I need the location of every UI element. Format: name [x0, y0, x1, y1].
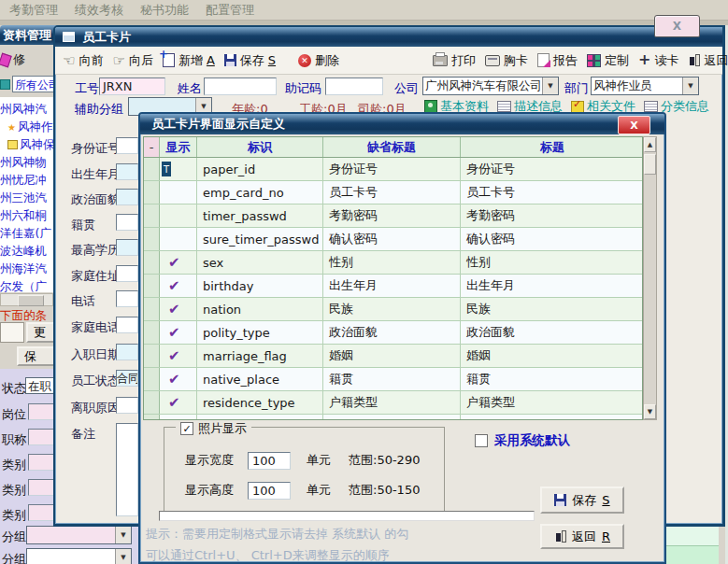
chevron-down-icon[interactable]: ▼	[115, 527, 131, 543]
toolbar-button-hand-right[interactable]: 向后	[112, 52, 152, 69]
field-input-7[interactable]	[116, 317, 138, 333]
chevron-down-icon[interactable]: ▼	[542, 78, 558, 94]
show-cell[interactable]: ✔	[160, 391, 197, 414]
collapse-header[interactable]: -	[144, 137, 160, 157]
emp-no-input[interactable]: JRXN	[99, 78, 165, 95]
field-input-8[interactable]	[116, 344, 138, 360]
scrollbar-track[interactable]	[644, 152, 656, 404]
tree-item-2[interactable]: 风神保洁	[0, 136, 53, 153]
tree-item-5[interactable]: 州三池汽	[0, 190, 47, 206]
show-cell[interactable]: ✔	[160, 415, 197, 419]
chevron-down-icon[interactable]: ▼	[682, 78, 698, 94]
scrollbar-thumb[interactable]	[644, 154, 656, 175]
show-cell[interactable]	[160, 181, 197, 204]
toolbar-button-report-pencil[interactable]: 报告	[537, 52, 578, 69]
field-input-5[interactable]	[116, 265, 138, 282]
tree-item-6[interactable]: 州六和桐	[0, 207, 47, 224]
width-input[interactable]: 100	[248, 452, 291, 470]
toolbar-button-doc-plus[interactable]: 新增A	[163, 52, 215, 69]
show-cell[interactable]: ✔	[160, 321, 197, 344]
tree-item-4[interactable]: 州忧尼冲	[0, 172, 47, 189]
show-cell[interactable]	[160, 228, 197, 250]
height-input[interactable]: 100	[248, 482, 291, 500]
system-default-checkbox[interactable]	[475, 434, 488, 447]
field-input-0[interactable]	[116, 137, 138, 154]
table-row-0[interactable]: Tpaper_id身份证号身份证号	[144, 158, 642, 181]
field-input-1[interactable]	[116, 163, 138, 180]
scroll-up-icon[interactable]: ▲	[644, 137, 656, 152]
dept-select[interactable]: 风神作业员 ▼	[591, 77, 699, 95]
dialog-close-button[interactable]: X	[618, 116, 650, 134]
show-cell[interactable]: ✔	[160, 251, 197, 274]
return-button[interactable]: 返回 R	[540, 524, 624, 549]
scroll-down-icon[interactable]: ▼	[644, 404, 656, 419]
field-input-9[interactable]: 合同	[116, 370, 138, 387]
tab-data-management[interactable]: 资料管理	[0, 25, 58, 45]
title-header[interactable]: 标题	[461, 137, 644, 157]
table-row-11[interactable]: ✔最高学历最高学历	[144, 415, 642, 419]
tree-item-3[interactable]: 州风神物	[0, 154, 47, 171]
default-title-header[interactable]: 缺省标题	[323, 137, 461, 157]
insurance-button[interactable]: 保	[17, 346, 56, 366]
table-row-10[interactable]: ✔residence_type户籍类型户籍类型	[144, 391, 642, 415]
filter-input[interactable]	[0, 322, 24, 343]
field-input-10[interactable]	[116, 397, 138, 414]
chevron-down-icon[interactable]: ▼	[115, 549, 131, 564]
tree-item-7[interactable]: 洋佳嘉(广	[0, 225, 51, 242]
menu-item-2[interactable]: 秘书功能	[140, 2, 189, 19]
show-header[interactable]: 显示	[160, 137, 197, 157]
toolbar-button-hand-left[interactable]: 向前	[63, 52, 103, 69]
window-titlebar[interactable]: 员工卡片	[55, 27, 722, 47]
toolbar-button-exit-door[interactable]: 返回R	[688, 52, 728, 69]
show-cell[interactable]: ✔	[160, 298, 197, 320]
menu-item-1[interactable]: 绩效考核	[75, 2, 123, 19]
table-row-3[interactable]: sure_timer_passwd确认密码确认密码	[144, 228, 642, 251]
update-button[interactable]: 更	[26, 322, 56, 343]
tree-item-0[interactable]: 州风神汽	[0, 101, 47, 118]
show-cell[interactable]: ✔	[160, 345, 197, 367]
company-select[interactable]: 广州风神汽车有限公司 ▼	[422, 77, 559, 95]
left-toolbar-fragment[interactable]: 修	[0, 50, 25, 69]
table-row-9[interactable]: ✔native_place籍贯籍贯	[144, 368, 642, 391]
field-input-4[interactable]	[116, 239, 138, 256]
table-row-5[interactable]: ✔birthday出生年月出生年月	[144, 275, 642, 298]
menu-item-3[interactable]: 配置管理	[206, 2, 254, 19]
show-cell[interactable]: ✔	[160, 275, 197, 297]
field-input-2[interactable]	[116, 189, 138, 205]
tree-item-9[interactable]: 州海洋汽	[0, 261, 47, 277]
photo-display-checkbox[interactable]	[180, 422, 193, 435]
close-button[interactable]: X	[654, 15, 700, 37]
tree-item-8[interactable]: 波达峰机	[0, 243, 47, 260]
tree-item-1[interactable]: ★风神作业	[0, 119, 53, 135]
show-cell[interactable]	[160, 204, 197, 227]
tree-item-10[interactable]: 尔发（广	[0, 278, 47, 292]
name-input[interactable]	[204, 78, 277, 95]
menu-item-0[interactable]: 考勤管理	[9, 2, 58, 19]
table-row-4[interactable]: ✔sex性别性别	[144, 251, 642, 275]
table-row-2[interactable]: timer_passwd考勤密码考勤密码	[144, 204, 642, 228]
toolbar-button-delete-circle[interactable]: 删除	[298, 52, 339, 69]
table-row-1[interactable]: emp_card_no员工卡号员工卡号	[144, 181, 642, 204]
table-row-6[interactable]: ✔nation民族民族	[144, 298, 642, 321]
toolbar-button-printer[interactable]: 打印	[433, 52, 476, 69]
left-field-select-7[interactable]: ▼	[26, 548, 132, 564]
table-row-7[interactable]: ✔polity_type政治面貌政治面貌	[144, 321, 642, 345]
toolbar-button-read-card[interactable]: 读卡	[638, 52, 678, 69]
company-filter-value[interactable]: 所有公司	[12, 76, 54, 92]
left-field-select-6[interactable]: ▼	[26, 526, 132, 544]
field-input-11[interactable]	[116, 423, 138, 516]
field-input-6[interactable]	[116, 290, 138, 307]
save-button[interactable]: 保存 S	[540, 486, 624, 514]
show-cell[interactable]: T	[160, 158, 197, 180]
toolbar-button-floppy[interactable]: 保存S	[224, 52, 276, 69]
tree-horizontal-scrollbar[interactable]	[0, 293, 53, 306]
company-filter[interactable]: 所有公司	[0, 75, 54, 93]
mnemonic-input[interactable]	[325, 78, 383, 95]
toolbar-button-customize-grid[interactable]: 定制	[587, 52, 629, 69]
show-cell[interactable]: ✔	[160, 368, 197, 390]
table-scrollbar[interactable]: ▲ ▼	[643, 136, 657, 420]
id-header[interactable]: 标识	[197, 137, 323, 157]
field-input-3[interactable]	[116, 214, 138, 231]
scrollbar-thumb[interactable]	[18, 295, 44, 306]
toolbar-button-badge-card[interactable]: 胸卡	[485, 52, 528, 69]
